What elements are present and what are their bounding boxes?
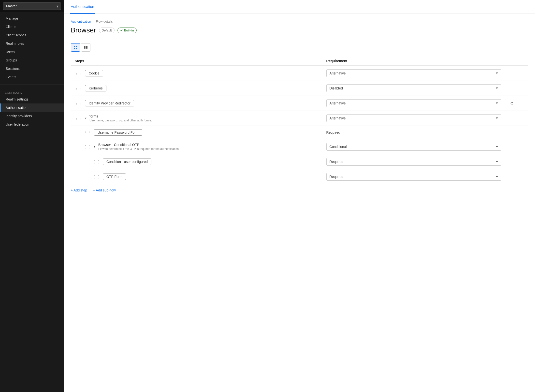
svg-rect-6 — [84, 47, 85, 48]
breadcrumb: Authentication > Flow details — [71, 20, 528, 23]
check-icon: ✔ — [120, 29, 123, 32]
sidebar-item-clients[interactable]: Clients — [0, 23, 64, 31]
flow-table: Steps Requirement ⋮⋮CookieAlternativeDis… — [71, 57, 528, 184]
sidebar-item-client-scopes[interactable]: Client scopes — [0, 31, 64, 39]
svg-rect-5 — [86, 46, 87, 47]
master-select-wrapper: Master — [3, 2, 61, 10]
svg-rect-3 — [76, 48, 77, 49]
requirement-select[interactable]: AlternativeDisabledRequiredConditional — [326, 69, 501, 77]
sidebar-item-user-federation[interactable]: User federation — [0, 120, 64, 129]
step-badge: OTP Form — [103, 174, 126, 180]
svg-rect-0 — [74, 46, 75, 47]
add-step-link[interactable]: + Add step — [71, 188, 87, 192]
step-badge: Identity Provider Redirector — [85, 100, 134, 106]
page-title-row: Browser Default ✔ Built-in — [71, 26, 528, 34]
breadcrumb-link[interactable]: Authentication — [71, 20, 91, 23]
table-row: ⋮⋮KerberosAlternativeDisabledRequiredCon… — [71, 81, 528, 96]
step-desc: Username, password, otp and other auth f… — [89, 119, 152, 122]
main-content: Authentication Authentication > Flow det… — [64, 0, 535, 392]
col-steps-header: Steps — [71, 57, 322, 66]
svg-rect-8 — [84, 48, 85, 49]
col-requirement-header: Requirement — [322, 57, 505, 66]
drag-handle[interactable]: ⋮⋮ — [92, 174, 101, 179]
sidebar-item-realm-settings[interactable]: Realm settings — [0, 95, 64, 103]
sidebar-item-realm-roles[interactable]: Realm roles — [0, 39, 64, 48]
tree-view-toggle[interactable] — [81, 43, 90, 52]
table-row: ⋮⋮▾formsUsername, password, otp and othe… — [71, 111, 528, 126]
drag-handle[interactable]: ⋮⋮ — [75, 86, 83, 91]
sidebar-header: Master — [0, 0, 64, 12]
requirement-select[interactable]: AlternativeDisabledRequiredConditional — [326, 143, 501, 151]
step-name-group: Browser - Conditional OTPFlow to determi… — [98, 143, 179, 151]
expand-icon[interactable]: ▾ — [85, 116, 87, 120]
svg-rect-9 — [86, 48, 87, 49]
sidebar-configure-section: Configure Realm settings Authentication … — [0, 86, 64, 131]
table-row: ⋮⋮OTP FormAlternativeDisabledRequiredCon… — [71, 169, 528, 184]
svg-rect-4 — [84, 46, 85, 47]
svg-rect-1 — [76, 46, 77, 47]
step-badge: Condition - user configured — [103, 159, 151, 165]
view-toggle — [71, 43, 528, 52]
step-badge: Username Password Form — [94, 129, 142, 136]
table-row: ⋮⋮Username Password FormRequired — [71, 126, 528, 139]
add-subflow-link[interactable]: + Add sub-flow — [93, 188, 116, 192]
sidebar-item-sessions[interactable]: Sessions — [0, 64, 64, 73]
step-badge: Cookie — [85, 70, 103, 76]
requirement-select[interactable]: AlternativeDisabledRequiredConditional — [326, 173, 501, 181]
requirement-select[interactable]: AlternativeDisabledRequiredConditional — [326, 99, 501, 107]
badge-builtin: ✔ Built-in — [117, 28, 137, 33]
table-row: ⋮⋮▾Browser - Conditional OTPFlow to dete… — [71, 139, 528, 154]
expand-icon[interactable]: ▾ — [94, 145, 95, 148]
table-row: ⋮⋮Condition - user configuredAlternative… — [71, 154, 528, 169]
sidebar-item-groups[interactable]: Groups — [0, 56, 64, 64]
add-row: + Add step + Add sub-flow — [71, 184, 528, 192]
requirement-select[interactable]: AlternativeDisabledRequiredConditional — [326, 84, 501, 92]
requirement-select[interactable]: AlternativeDisabledRequiredConditional — [326, 114, 501, 122]
drag-handle[interactable]: ⋮⋮ — [75, 116, 83, 121]
master-realm-select[interactable]: Master — [3, 2, 61, 10]
table-row: ⋮⋮Identity Provider RedirectorAlternativ… — [71, 96, 528, 111]
page-title: Browser — [71, 26, 96, 34]
step-desc: Flow to determine if the OTP is required… — [98, 147, 179, 151]
svg-rect-2 — [74, 48, 75, 49]
table-view-toggle[interactable] — [71, 43, 80, 52]
svg-rect-7 — [86, 47, 87, 48]
sidebar-item-identity-providers[interactable]: Identity providers — [0, 112, 64, 120]
requirement-select[interactable]: AlternativeDisabledRequiredConditional — [326, 158, 501, 166]
breadcrumb-current: Flow details — [96, 20, 113, 23]
col-actions-header — [505, 57, 528, 66]
step-name-group: formsUsername, password, otp and other a… — [89, 114, 152, 122]
tab-authentication[interactable]: Authentication — [70, 0, 95, 14]
sidebar: Master Manage Clients Client scopes Real… — [0, 0, 64, 392]
drag-handle[interactable]: ⋮⋮ — [84, 130, 92, 135]
drag-handle[interactable]: ⋮⋮ — [75, 71, 83, 76]
top-nav: Authentication — [64, 0, 535, 14]
breadcrumb-separator: > — [92, 20, 94, 23]
sidebar-item-authentication[interactable]: Authentication — [0, 103, 64, 112]
sidebar-configure-label: Configure — [0, 88, 64, 95]
step-name: forms — [89, 114, 152, 118]
drag-handle[interactable]: ⋮⋮ — [92, 160, 101, 164]
sidebar-manage-section: Manage Clients Client scopes Realm roles… — [0, 12, 64, 83]
sidebar-divider — [0, 85, 64, 85]
sidebar-item-manage[interactable]: Manage — [0, 14, 64, 23]
settings-button[interactable]: ⚙ — [509, 100, 515, 107]
sidebar-item-users[interactable]: Users — [0, 48, 64, 56]
table-row: ⋮⋮CookieAlternativeDisabledRequiredCondi… — [71, 66, 528, 81]
badge-default: Default — [99, 28, 115, 33]
page-content: Authentication > Flow details Browser De… — [64, 14, 535, 198]
title-divider — [71, 39, 528, 39]
drag-handle[interactable]: ⋮⋮ — [84, 145, 92, 149]
sidebar-item-events[interactable]: Events — [0, 73, 64, 81]
req-text: Required — [326, 131, 340, 134]
drag-handle[interactable]: ⋮⋮ — [75, 101, 83, 106]
step-badge: Kerberos — [85, 85, 106, 91]
step-name: Browser - Conditional OTP — [98, 143, 179, 147]
